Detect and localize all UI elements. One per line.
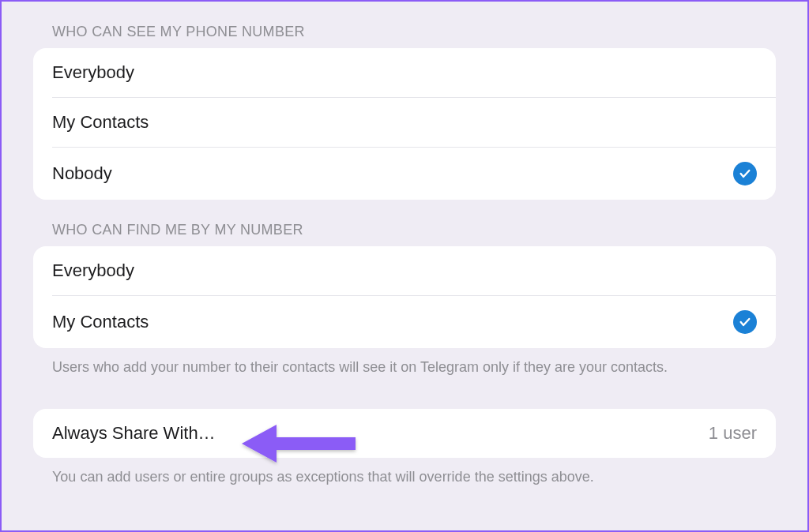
- card-see-phone: Everybody My Contacts Nobody: [33, 48, 776, 200]
- checkmark-icon: [733, 310, 757, 334]
- option-label: Everybody: [52, 62, 134, 83]
- option-everybody[interactable]: Everybody: [33, 48, 776, 97]
- checkmark-icon: [733, 162, 757, 185]
- option-label: Nobody: [52, 163, 112, 184]
- always-share-label: Always Share With…: [52, 423, 216, 444]
- card-find-by-number: Everybody My Contacts: [33, 246, 776, 348]
- option-label: My Contacts: [52, 112, 149, 133]
- section-footer-exceptions: You can add users or entire groups as ex…: [33, 458, 776, 487]
- always-share-value: 1 user: [709, 423, 757, 444]
- card-exceptions: Always Share With… 1 user: [33, 409, 776, 458]
- option-my-contacts[interactable]: My Contacts: [52, 295, 776, 348]
- option-everybody[interactable]: Everybody: [33, 246, 776, 295]
- option-nobody[interactable]: Nobody: [52, 147, 776, 200]
- option-label: Everybody: [52, 260, 134, 281]
- row-always-share[interactable]: Always Share With… 1 user: [33, 409, 776, 458]
- section-header-find-by-number: WHO CAN FIND ME BY MY NUMBER: [33, 200, 776, 246]
- option-label: My Contacts: [52, 312, 149, 332]
- option-my-contacts[interactable]: My Contacts: [52, 97, 776, 147]
- section-header-see-phone: WHO CAN SEE MY PHONE NUMBER: [33, 2, 776, 48]
- section-footer-find: Users who add your number to their conta…: [33, 348, 776, 377]
